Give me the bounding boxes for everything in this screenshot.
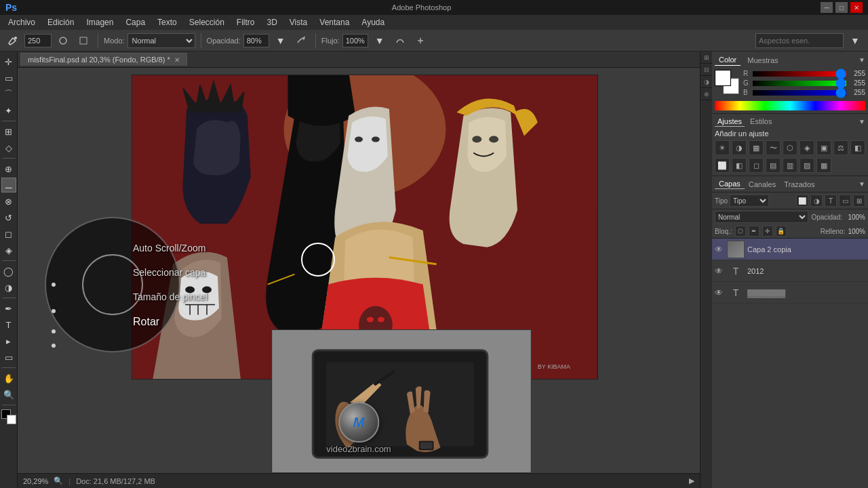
search-input[interactable]: [755, 33, 844, 48]
opacity-input[interactable]: [243, 34, 269, 47]
lock-all[interactable]: 🔒: [776, 226, 787, 237]
layers-filter-adj[interactable]: ◑: [810, 195, 823, 207]
search-chevron[interactable]: ▼: [846, 32, 864, 49]
ajustes-tab[interactable]: Ajustes: [715, 117, 745, 127]
layer-eye-bloqueo[interactable]: 👁: [715, 288, 724, 298]
layer-item-2012[interactable]: 👁 T 2012: [712, 260, 868, 282]
healing-tool[interactable]: ⊕: [1, 161, 16, 176]
brush-size-icon[interactable]: [54, 32, 72, 49]
menu-imagen[interactable]: Imagen: [81, 16, 119, 28]
layer-item-capa2copia[interactable]: 👁 Capa 2 copia: [712, 239, 868, 260]
color-panel-collapse[interactable]: ▼: [859, 56, 865, 64]
layers-type-select[interactable]: Tipo Nombre Efecto: [730, 195, 769, 207]
move-tool[interactable]: ✛: [1, 54, 16, 69]
lock-transparent[interactable]: ⬡: [735, 226, 746, 237]
layer-mode-select[interactable]: Normal Multiplicar Pantalla: [715, 211, 808, 223]
menu-vista[interactable]: Vista: [284, 16, 313, 28]
menu-item-rotar[interactable]: Rotar: [133, 316, 208, 328]
layers-filter-smart[interactable]: ⊞: [853, 195, 865, 207]
text-tool[interactable]: T: [1, 317, 16, 332]
menu-seleccion[interactable]: Selección: [184, 16, 230, 28]
doc-tab[interactable]: misfitsFinal.psd al 20,3% (Fondo, RGB/8)…: [20, 53, 187, 66]
close-button[interactable]: ✕: [850, 2, 863, 13]
hardness-icon[interactable]: [75, 32, 92, 49]
muestras-tab[interactable]: Muestras: [743, 55, 782, 66]
eyedropper-tool[interactable]: ◇: [1, 140, 16, 155]
restore-button[interactable]: □: [835, 2, 848, 13]
panel-toggle-2[interactable]: ⊟: [701, 64, 713, 76]
airbrush-icon[interactable]: [292, 32, 310, 49]
clone-tool[interactable]: ⊗: [1, 194, 16, 209]
lasso-tool[interactable]: ⌒: [1, 87, 16, 102]
adj-levels[interactable]: ▦: [749, 140, 764, 155]
menu-item-autoscroll[interactable]: Auto Scroll/Zoom: [133, 243, 208, 253]
adj-hsl[interactable]: ▣: [816, 140, 831, 155]
layer-eye-2012[interactable]: 👁: [715, 266, 724, 276]
mode-select[interactable]: Normal Multiplicar Pantalla: [127, 33, 195, 48]
adj-exposure[interactable]: ⬡: [783, 140, 797, 155]
status-arrow[interactable]: ▶: [689, 476, 694, 485]
history-tool[interactable]: ↺: [1, 210, 16, 225]
panel-toggle-3[interactable]: ◑: [701, 76, 713, 88]
layers-collapse[interactable]: ▼: [859, 180, 865, 188]
brush-size-input[interactable]: 250: [24, 34, 52, 47]
pen-tool[interactable]: ✒: [1, 301, 16, 316]
eraser-tool[interactable]: ◻: [1, 226, 16, 241]
menu-edicion[interactable]: Edición: [42, 16, 79, 28]
minimize-button[interactable]: ─: [821, 2, 833, 13]
fg-swatch[interactable]: [715, 70, 731, 86]
dodge-tool[interactable]: ◑: [1, 280, 16, 295]
hand-tool[interactable]: ✋: [1, 371, 16, 386]
adj-posterize[interactable]: ▤: [766, 158, 781, 173]
adj-threshold[interactable]: ▥: [783, 158, 797, 173]
adj-colorbalance[interactable]: ⚖: [833, 140, 848, 155]
layer-item-capa-bloqueo[interactable]: 👁 T ▓▓▓▓▓▓▓: [712, 282, 868, 304]
fg-bg-swatches[interactable]: [715, 70, 739, 94]
g-slider[interactable]: [753, 81, 846, 86]
color-tab[interactable]: Color: [715, 54, 741, 66]
layer-eye-capa2[interactable]: 👁: [715, 245, 724, 254]
tab-close-icon[interactable]: ✕: [174, 56, 180, 64]
adj-vibrance[interactable]: ◈: [800, 140, 814, 155]
shape-tool[interactable]: ▭: [1, 350, 16, 365]
flow-arrow[interactable]: ▼: [371, 32, 389, 49]
fg-color-swatch[interactable]: [1, 409, 16, 424]
menu-ayuda[interactable]: Ayuda: [356, 16, 390, 28]
trazados-tab[interactable]: Trazados: [780, 180, 818, 189]
r-slider[interactable]: [753, 71, 846, 77]
fill-tool[interactable]: ◈: [1, 243, 16, 258]
settings-icon[interactable]: [412, 32, 429, 49]
menu-filtro[interactable]: Filtro: [231, 16, 260, 28]
adj-photofil[interactable]: ⬜: [715, 158, 730, 173]
layers-filter-pixel[interactable]: ⬜: [796, 195, 808, 207]
menu-ventana[interactable]: Ventana: [314, 16, 355, 28]
magic-wand-tool[interactable]: ✦: [1, 103, 16, 118]
panel-toggle-1[interactable]: ⊞: [701, 52, 713, 64]
select-rect-tool[interactable]: ▭: [1, 70, 16, 85]
adj-curves[interactable]: 〜: [766, 140, 781, 155]
color-spectrum[interactable]: [715, 101, 865, 110]
opacity-arrow[interactable]: ▼: [272, 32, 290, 49]
adj-selective[interactable]: ▦: [816, 158, 831, 173]
capas-tab[interactable]: Capas: [715, 179, 745, 189]
zoom-tool[interactable]: 🔍: [1, 387, 16, 402]
flow-input[interactable]: [342, 34, 368, 47]
selection-tool[interactable]: ▸: [1, 333, 16, 348]
adj-contrast[interactable]: ◑: [732, 140, 747, 155]
menu-capa[interactable]: Capa: [120, 16, 151, 28]
menu-item-tamano[interactable]: Tamaño de pincel: [133, 291, 208, 302]
adj-invert[interactable]: ◻: [749, 158, 764, 173]
menu-3d[interactable]: 3D: [261, 16, 282, 28]
menu-item-seleccionar[interactable]: Seleccionar capa: [133, 267, 208, 278]
adj-brightness[interactable]: ☀: [715, 140, 730, 155]
panel-toggle-4[interactable]: ⊕: [701, 88, 713, 100]
layers-filter-shape[interactable]: ▭: [839, 195, 851, 207]
lock-move[interactable]: ✛: [762, 226, 773, 237]
layers-filter-text[interactable]: T: [825, 195, 837, 207]
brush-tool[interactable]: ⚊: [1, 178, 16, 192]
menu-texto[interactable]: Texto: [152, 16, 182, 28]
smoothing-icon[interactable]: [391, 32, 409, 49]
blur-tool[interactable]: ◯: [1, 264, 16, 279]
canales-tab[interactable]: Canales: [745, 180, 780, 189]
adj-collapse[interactable]: ▼: [859, 118, 865, 125]
